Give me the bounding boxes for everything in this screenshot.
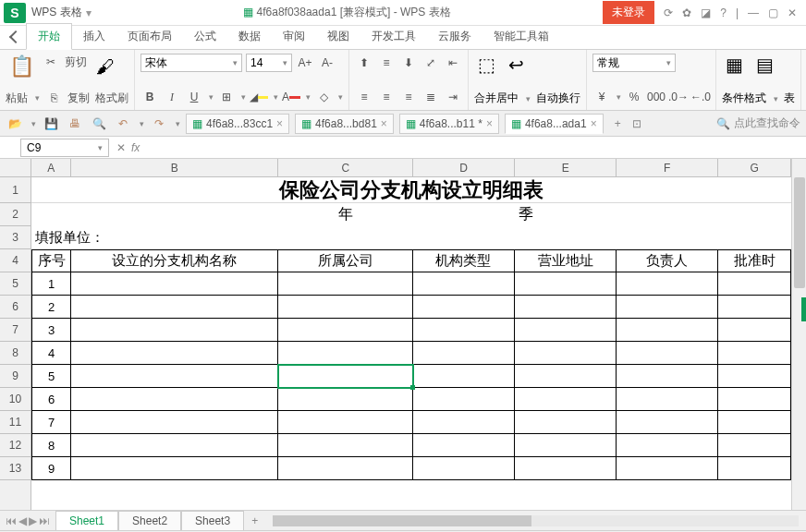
close-tab-icon[interactable]: ×: [486, 117, 493, 130]
align-right-button[interactable]: ≡: [399, 88, 418, 106]
skin-icon[interactable]: ◪: [701, 6, 711, 19]
redo-icon[interactable]: ↷: [150, 115, 168, 133]
menu-page-layout[interactable]: 页面布局: [116, 24, 183, 49]
font-size-combo[interactable]: 14▾: [246, 54, 292, 72]
cell[interactable]: [718, 457, 791, 480]
cell[interactable]: [718, 272, 791, 296]
header-seq[interactable]: 序号: [31, 249, 71, 272]
menu-cloud[interactable]: 云服务: [427, 24, 482, 49]
settings-icon[interactable]: ✿: [682, 6, 691, 19]
cell[interactable]: [718, 411, 791, 434]
indent-left-button[interactable]: ⇤: [444, 54, 462, 72]
cell[interactable]: [413, 203, 515, 226]
menu-start[interactable]: 开始: [26, 23, 72, 50]
cell[interactable]: [278, 296, 412, 319]
report-unit-label[interactable]: 填报单位：: [31, 226, 278, 249]
col-header[interactable]: G: [718, 159, 791, 176]
cell[interactable]: [278, 319, 412, 342]
login-status[interactable]: 未登录: [603, 1, 654, 24]
cell[interactable]: [515, 319, 617, 342]
bold-button[interactable]: B: [140, 88, 159, 106]
justify-button[interactable]: ≣: [421, 88, 440, 106]
cell[interactable]: [413, 457, 515, 480]
close-tab-icon[interactable]: ×: [591, 117, 597, 130]
cell[interactable]: [515, 388, 617, 411]
open-icon[interactable]: 📂: [6, 115, 24, 133]
cell[interactable]: [278, 434, 412, 457]
font-name-combo[interactable]: 宋体▾: [140, 54, 242, 72]
table-style-button[interactable]: ▤: [752, 54, 777, 76]
comma-button[interactable]: 000: [647, 88, 666, 106]
cell[interactable]: [617, 388, 718, 411]
cell[interactable]: [413, 342, 515, 365]
col-header[interactable]: F: [617, 159, 718, 176]
menu-view[interactable]: 视图: [316, 24, 360, 49]
cell[interactable]: [515, 272, 617, 296]
header-approval[interactable]: 批准时: [718, 249, 791, 272]
align-left-button[interactable]: ≡: [355, 88, 373, 106]
row-header[interactable]: 9: [0, 365, 31, 388]
cell[interactable]: [278, 457, 412, 480]
row-header[interactable]: 6: [0, 296, 31, 319]
align-middle-button[interactable]: ≡: [377, 54, 396, 72]
number-format-combo[interactable]: 常规▾: [592, 54, 676, 72]
cell[interactable]: [413, 434, 515, 457]
row-header[interactable]: 1: [0, 177, 31, 203]
cell-seq[interactable]: 2: [31, 296, 71, 319]
command-search[interactable]: 🔍 点此查找命令: [716, 115, 800, 131]
vertical-scrollbar[interactable]: [791, 159, 806, 510]
format-painter-button[interactable]: 🖌: [92, 56, 118, 78]
cell[interactable]: [71, 272, 278, 296]
cell[interactable]: [617, 365, 718, 388]
header-company[interactable]: 所属公司: [278, 249, 412, 272]
close-tab-icon[interactable]: ×: [276, 117, 283, 130]
menu-devtools[interactable]: 开发工具: [360, 24, 427, 49]
format-painter-label[interactable]: 格式刷: [95, 91, 128, 106]
menu-smart-toolbox[interactable]: 智能工具箱: [482, 24, 560, 49]
sheet-first-icon[interactable]: ⏮: [6, 514, 17, 527]
indent-right-button[interactable]: ⇥: [444, 88, 462, 106]
menu-insert[interactable]: 插入: [72, 24, 116, 49]
currency-button[interactable]: ¥: [592, 88, 611, 106]
scrollbar-thumb[interactable]: [273, 515, 531, 526]
cell-seq[interactable]: 5: [31, 365, 71, 388]
cell[interactable]: [617, 434, 718, 457]
row-header[interactable]: 10: [0, 388, 31, 411]
scrollbar-thumb[interactable]: [794, 177, 805, 288]
cell-quarter[interactable]: 季: [515, 203, 617, 226]
save-icon[interactable]: 💾: [42, 115, 60, 133]
cell[interactable]: [515, 457, 617, 480]
cell[interactable]: [718, 319, 791, 342]
italic-button[interactable]: I: [163, 88, 181, 106]
menu-review[interactable]: 审阅: [272, 24, 316, 49]
cell[interactable]: [718, 296, 791, 319]
cell-seq[interactable]: 3: [31, 319, 71, 342]
cell[interactable]: [515, 226, 617, 249]
doc-tab-2[interactable]: ▦4f6a8...b11 *×: [399, 114, 499, 134]
cell[interactable]: [515, 365, 617, 388]
preview-icon[interactable]: 🔍: [90, 115, 108, 133]
cell[interactable]: [617, 272, 718, 296]
col-header[interactable]: B: [71, 159, 278, 176]
header-manager[interactable]: 负责人: [617, 249, 718, 272]
menu-formula[interactable]: 公式: [183, 24, 227, 49]
cell[interactable]: [71, 388, 278, 411]
underline-button[interactable]: U: [185, 88, 203, 106]
cell[interactable]: [718, 388, 791, 411]
help-icon[interactable]: ?: [720, 6, 727, 19]
paste-button[interactable]: 📋: [6, 54, 37, 79]
header-org-type[interactable]: 机构类型: [413, 249, 515, 272]
cell[interactable]: [413, 272, 515, 296]
cell[interactable]: [718, 434, 791, 457]
cell[interactable]: [31, 203, 71, 226]
cancel-edit-icon[interactable]: ✕: [116, 141, 126, 154]
increase-decimal-button[interactable]: .0→: [669, 88, 688, 106]
row-header[interactable]: 4: [0, 249, 31, 272]
sheet-tab-0[interactable]: Sheet1: [55, 511, 118, 530]
copy-button[interactable]: 复制: [67, 91, 90, 106]
auto-wrap-button[interactable]: ↩: [505, 54, 528, 76]
cell[interactable]: [278, 411, 412, 434]
undo-icon[interactable]: ↶: [114, 115, 132, 133]
cell[interactable]: [71, 319, 278, 342]
cell[interactable]: [617, 296, 718, 319]
